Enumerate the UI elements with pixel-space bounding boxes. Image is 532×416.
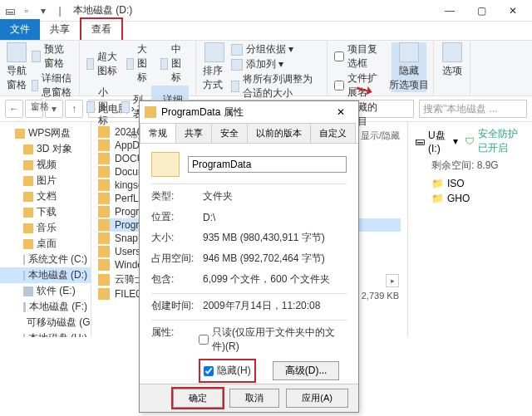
hidden-checkbox[interactable]: 隐藏(H) xyxy=(204,364,251,378)
folder-icon: 📁 xyxy=(431,193,444,204)
folder-icon: ▫ xyxy=(20,4,33,17)
shield-icon: 🛡 xyxy=(465,135,475,147)
tree-node[interactable]: 本地磁盘 (F:) xyxy=(0,299,91,315)
name-field[interactable] xyxy=(188,156,347,173)
folder-icon xyxy=(98,288,110,300)
dialog-close-button[interactable]: ✕ xyxy=(328,106,353,118)
hide-selected-button[interactable]: 隐藏 所选项目 xyxy=(392,42,426,92)
folder-icon xyxy=(98,246,110,257)
detail-pane-button[interactable]: 详细信息窗格 xyxy=(32,71,72,100)
tree-node[interactable]: 视频 xyxy=(0,157,91,173)
ribbon-group-current: 排序方式 分组依据 ▾ 添加列 ▾ 将所有列调整为合适的大小 当前视图 xyxy=(196,41,328,95)
drive-icon xyxy=(23,302,26,312)
folder-icon xyxy=(98,219,110,231)
cloud-icon xyxy=(15,129,25,139)
tree-node[interactable]: 文档 xyxy=(0,188,91,204)
qat: 🖴 ▫ ▾ | xyxy=(3,4,66,17)
tab-general[interactable]: 常规 xyxy=(140,123,176,143)
tree-node[interactable]: 3D 对象 xyxy=(0,141,91,157)
drive-icon: 🖴 xyxy=(3,4,17,17)
tree-node[interactable]: 下载 xyxy=(0,204,91,220)
tree-node[interactable]: 桌面 xyxy=(0,236,91,252)
tab-security[interactable]: 安全 xyxy=(211,123,248,143)
tree-node[interactable]: 系统文件 (C:) xyxy=(0,252,91,267)
properties-dialog: ProgramData 属性 ✕ 常规 共享 安全 以前的版本 自定义 类型:文… xyxy=(139,100,359,413)
cancel-button[interactable]: 取消 xyxy=(229,389,279,408)
tab-custom[interactable]: 自定义 xyxy=(310,123,356,143)
folder-icon xyxy=(23,144,33,154)
folder-icon xyxy=(98,259,110,271)
tree-node[interactable]: WPS网盘 xyxy=(0,125,91,141)
folder-icon xyxy=(23,160,33,170)
layout-sm[interactable]: 小图标 xyxy=(86,86,116,128)
drive-icon xyxy=(23,255,25,265)
dialog-titlebar: ProgramData 属性 ✕ xyxy=(140,101,358,123)
layout-lg[interactable]: 大图标 xyxy=(126,42,155,85)
tree-node[interactable]: 本地磁盘 (H:) xyxy=(0,330,91,337)
tree-node[interactable]: 音乐 xyxy=(0,220,91,236)
folder-icon xyxy=(98,274,110,286)
dialog-buttons: 确定 取消 应用(A) xyxy=(140,384,358,412)
tree-node[interactable]: 可移动磁盘 (G:) xyxy=(0,315,91,330)
options-button[interactable]: 选项 xyxy=(441,42,463,78)
folder-icon xyxy=(23,176,33,186)
folder-icon xyxy=(98,193,110,204)
tab-view[interactable]: 查看 xyxy=(80,17,123,40)
autosize-button[interactable]: 将所有列调整为合适的大小 xyxy=(231,72,320,100)
tree-node[interactable]: 软件 (E:) xyxy=(0,283,91,299)
drive-icon xyxy=(23,286,33,296)
apply-button[interactable]: 应用(A) xyxy=(286,389,348,408)
tab-share[interactable]: 共享 xyxy=(175,123,212,143)
ok-button[interactable]: 确定 xyxy=(173,389,223,408)
drive-header[interactable]: 🖴 U盘 (I:) ▾ 🛡 安全防护已开启 xyxy=(415,125,525,157)
folder-icon xyxy=(23,223,33,233)
dialog-title: ProgramData 属性 xyxy=(161,105,244,120)
search-input[interactable]: 搜索"本地磁盘 ... xyxy=(419,100,527,118)
divider: | xyxy=(53,4,66,17)
size-text: 2,739 KB xyxy=(362,291,399,301)
groupby-button[interactable]: 分组依据 ▾ xyxy=(231,42,320,56)
folder-icon xyxy=(98,153,110,164)
readonly-checkbox[interactable]: 只读(仅应用于文件夹中的文件)(R) xyxy=(199,325,347,354)
addcol-button[interactable]: 添加列 ▾ xyxy=(231,57,320,71)
chk-checkboxes[interactable]: 项目复选框 xyxy=(334,42,387,71)
folder-icon xyxy=(98,166,110,178)
folder-iso[interactable]: 📁ISO xyxy=(415,176,525,191)
nav-pane-button[interactable]: 导航窗格 xyxy=(7,42,27,92)
folder-icon xyxy=(23,208,33,218)
folder-gho[interactable]: 📁GHO xyxy=(415,191,525,206)
layout-md[interactable]: 中图标 xyxy=(160,42,189,85)
minimize-button[interactable]: ― xyxy=(434,0,466,22)
folder-icon xyxy=(23,239,33,249)
maximize-button[interactable]: ▢ xyxy=(466,0,497,22)
folder-icon xyxy=(23,192,33,202)
ribbon-group-layout: 超大图标 大图标 中图标 小图标 列表 详细信息 布局 xyxy=(80,41,196,95)
close-button[interactable]: ✕ xyxy=(497,0,529,22)
drive-icon xyxy=(23,334,25,338)
folder-icon xyxy=(98,139,110,151)
ribbon-group-showhide: 项目复选框 文件扩展名 隐藏的项目 隐藏 所选项目 显示/隐藏 xyxy=(328,41,434,95)
tree-node[interactable]: 本地磁盘 (D:) xyxy=(0,267,91,283)
scroll-right-button[interactable]: ▸ xyxy=(386,274,399,287)
folder-icon: 📁 xyxy=(431,178,444,189)
advanced-button[interactable]: 高级(D)... xyxy=(273,361,340,380)
qat-dropdown[interactable]: ▾ xyxy=(37,4,50,17)
layout-xl[interactable]: 超大图标 xyxy=(86,42,121,85)
folder-icon xyxy=(98,179,110,191)
sort-button[interactable]: 排序方式 xyxy=(203,42,226,92)
window-title: 本地磁盘 (D:) xyxy=(73,3,132,17)
folder-icon xyxy=(98,206,110,218)
tab-prev[interactable]: 以前的版本 xyxy=(247,123,311,143)
preview-pane-button[interactable]: 预览窗格 xyxy=(32,42,72,71)
tree-node[interactable]: 图片 xyxy=(0,173,91,188)
chk-extensions[interactable]: 文件扩展名 xyxy=(334,71,387,100)
ribbon: 导航窗格 预览窗格 详细信息窗格 窗格 超大图标 大图标 中图标 小图标 列表 … xyxy=(0,40,532,96)
ribbon-tabs: 文件 共享 查看 xyxy=(0,22,532,40)
hidden-attr-highlight: 隐藏(H) xyxy=(199,359,256,383)
tab-file[interactable]: 文件 xyxy=(0,19,40,40)
ribbon-group-pane: 导航窗格 预览窗格 详细信息窗格 窗格 xyxy=(0,41,80,95)
tab-share[interactable]: 共享 xyxy=(40,19,80,40)
nav-tree[interactable]: WPS网盘3D 对象视频图片文档下载音乐桌面系统文件 (C:)本地磁盘 (D:)… xyxy=(0,122,91,337)
folder-icon xyxy=(98,232,110,244)
group-label-pane: 窗格 xyxy=(7,100,72,113)
